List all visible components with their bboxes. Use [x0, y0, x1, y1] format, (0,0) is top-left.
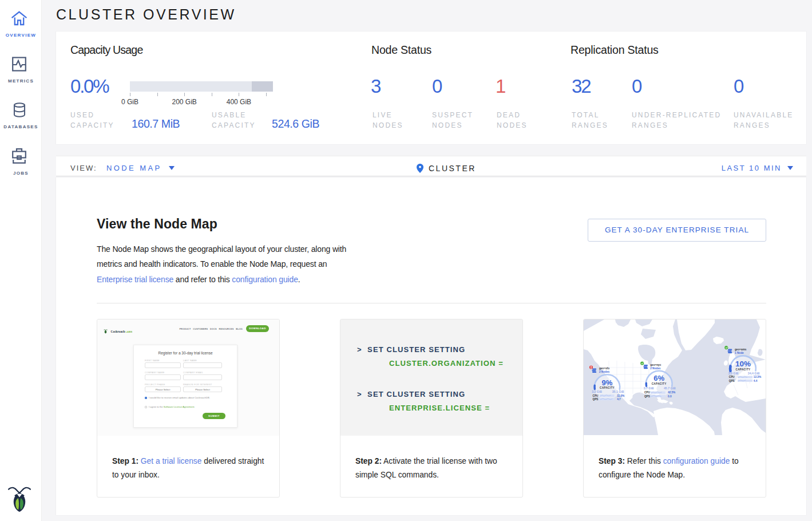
svg-text:0.0: 0.0: [668, 395, 672, 398]
svg-text:QPS: QPS: [729, 380, 735, 382]
svg-text:QPS: QPS: [593, 398, 599, 401]
svg-text:11.0%: 11.0%: [617, 394, 625, 397]
svg-text:CAPACITY: CAPACITY: [600, 386, 615, 389]
svg-text:2 Nodes: 2 Nodes: [599, 370, 610, 373]
svg-text:42.5%: 42.5%: [668, 391, 676, 394]
svg-text:6%: 6%: [653, 374, 664, 382]
svg-text:geo=nyc: geo=nyc: [650, 364, 662, 366]
svg-text:10%: 10%: [735, 360, 751, 368]
svg-text:CAPACITY: CAPACITY: [735, 368, 751, 371]
svg-text:2 Nodes: 2 Nodes: [650, 367, 661, 370]
svg-text:4.4: 4.4: [754, 380, 758, 382]
svg-text:9%: 9%: [602, 378, 613, 387]
svg-text:34.4 GiB: 34.4 GiB: [748, 372, 760, 375]
svg-text:35.1 GiB: 35.1 GiB: [612, 390, 624, 393]
svg-text:45.7 GiB: 45.7 GiB: [664, 386, 676, 390]
svg-text:3.7 GiB: 3.7 GiB: [644, 386, 654, 390]
svg-text:3.6 GiB: 3.6 GiB: [728, 372, 739, 375]
svg-text:geo=ams: geo=ams: [735, 348, 747, 351]
svg-text:CPU: CPU: [593, 394, 599, 397]
svg-text:CAPACITY: CAPACITY: [652, 382, 667, 385]
svg-text:CPU: CPU: [729, 376, 735, 378]
svg-text:geo=sfo: geo=sfo: [599, 367, 609, 370]
svg-text:3.2 GiB: 3.2 GiB: [592, 390, 602, 393]
svg-text:4.7: 4.7: [617, 398, 621, 401]
svg-text:QPS: QPS: [644, 395, 650, 398]
svg-text:12.3%: 12.3%: [754, 376, 762, 378]
svg-text:CPU: CPU: [644, 391, 651, 394]
svg-text:1 Node: 1 Node: [735, 352, 744, 354]
